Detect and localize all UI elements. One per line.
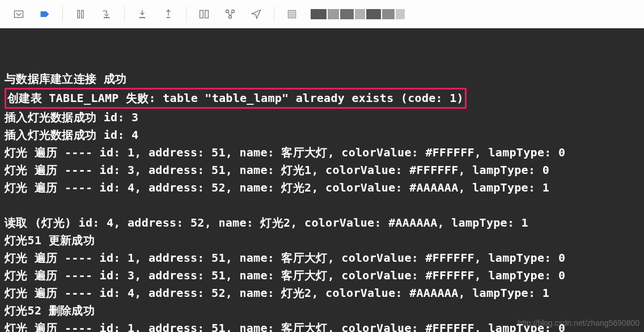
svg-rect-12 <box>200 10 204 18</box>
svg-point-16 <box>229 15 232 18</box>
pause-icon[interactable] <box>69 3 92 25</box>
debug-views-icon[interactable] <box>192 3 216 25</box>
console-line: 灯光 遍历 ---- id: 3, address: 51, name: 灯光1… <box>3 161 641 179</box>
step-over-icon[interactable] <box>95 3 118 25</box>
step-out-icon[interactable] <box>156 3 180 25</box>
console-line: 创建表 TABLE_LAMP 失败: table "table_lamp" al… <box>3 88 641 109</box>
console-line: 灯光 遍历 ---- id: 1, address: 51, name: 客厅大… <box>3 249 641 267</box>
redacted-area <box>311 9 405 19</box>
svg-point-6 <box>108 17 109 18</box>
separator <box>124 6 125 22</box>
svg-point-8 <box>139 17 141 18</box>
svg-rect-0 <box>15 11 23 18</box>
svg-rect-1 <box>78 10 79 18</box>
console-line: 与数据库建立连接 成功 <box>3 70 641 88</box>
grid-icon[interactable] <box>280 3 304 25</box>
console-line: 灯光 遍历 ---- id: 4, address: 52, name: 灯光2… <box>3 284 641 302</box>
dropdown-menu-icon[interactable] <box>7 3 31 25</box>
separator <box>274 6 274 22</box>
console-line: 插入灯光数据成功 id: 4 <box>3 126 641 144</box>
separator <box>62 6 63 22</box>
console-output: 与数据库建立连接 成功创建表 TABLE_LAMP 失败: table "tab… <box>0 28 644 332</box>
console-line: 读取 (灯光) id: 4, address: 52, name: 灯光2, c… <box>3 214 641 232</box>
separator <box>186 6 187 22</box>
console-line: 灯光 遍历 ---- id: 4, address: 52, name: 灯光2… <box>3 179 641 197</box>
debug-toolbar <box>0 0 644 28</box>
console-line <box>3 197 641 214</box>
step-into-icon[interactable] <box>130 3 154 25</box>
svg-point-10 <box>144 17 145 18</box>
label-icon[interactable] <box>33 3 57 25</box>
location-icon[interactable] <box>244 3 268 25</box>
console-line: 灯光 遍历 ---- id: 3, address: 51, name: 客厅大… <box>3 267 641 284</box>
console-line: 插入灯光数据成功 id: 3 <box>3 109 641 126</box>
watermark: http://blog.csdn.net/zhang5690800 <box>518 317 639 330</box>
console-line: 灯光51 更新成功 <box>3 232 641 249</box>
svg-point-5 <box>106 17 107 18</box>
svg-point-9 <box>142 17 143 18</box>
svg-point-4 <box>104 17 105 18</box>
console-line: 灯光 遍历 ---- id: 1, address: 51, name: 客厅大… <box>3 144 641 161</box>
svg-rect-13 <box>205 10 209 18</box>
breakpoints-icon[interactable] <box>218 3 242 25</box>
svg-rect-11 <box>167 17 171 18</box>
highlighted-error: 创建表 TABLE_LAMP 失败: table "table_lamp" al… <box>5 88 467 109</box>
svg-rect-2 <box>82 10 83 18</box>
